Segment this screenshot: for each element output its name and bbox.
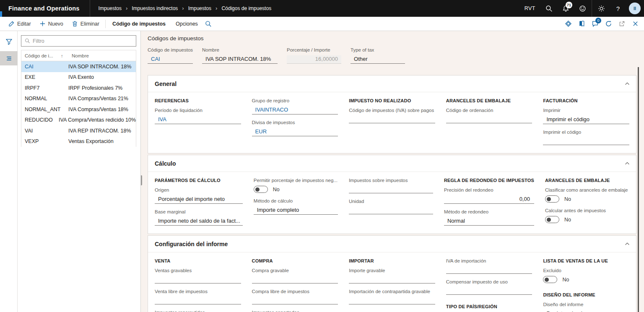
row-name: IVA Exento: [63, 74, 94, 80]
edit-button[interactable]: Editar: [4, 17, 35, 31]
notifications-bell-icon[interactable]: 71: [558, 0, 573, 17]
field-label: Compra gravable: [252, 268, 338, 273]
list-item[interactable]: EXEIVA Exento: [21, 72, 136, 83]
field-input-codigo[interactable]: CAI: [148, 55, 193, 64]
column-header-code[interactable]: Código de i...: [25, 53, 61, 58]
section-header-configuracion-del-informe[interactable]: Configuración del informe: [148, 236, 636, 252]
field-group-header: ARANCELES DE EMBALAJE: [545, 178, 629, 183]
field-input[interactable]: [252, 276, 338, 283]
field-input[interactable]: [446, 116, 532, 123]
field-input[interactable]: 0,00: [444, 195, 534, 204]
form-field: Porcentaje / Importe 16,00000: [287, 47, 341, 64]
field-input[interactable]: [349, 276, 435, 283]
row-code: VEXP: [21, 138, 63, 144]
sort-ascending-icon[interactable]: ↑: [61, 53, 67, 58]
field-input[interactable]: [252, 297, 338, 304]
search-commands-icon[interactable]: [203, 18, 214, 29]
new-button[interactable]: Nuevo: [35, 17, 68, 31]
field-input[interactable]: [543, 138, 629, 145]
toggle-switch[interactable]: [545, 195, 559, 203]
field-input[interactable]: Importe neto del saldo de la fact...: [155, 217, 243, 226]
filter-input[interactable]: Filtro: [21, 35, 136, 47]
plus-icon: [39, 21, 46, 27]
list-item[interactable]: VEXPVentas Exportación: [21, 136, 136, 147]
field-input[interactable]: Predeterminado: [543, 310, 629, 312]
field-input[interactable]: [446, 266, 532, 274]
field-group-header: REFERENCIAS: [155, 98, 241, 103]
toggle-switch[interactable]: [254, 186, 268, 193]
list-item[interactable]: IRPF7IRPF Profesionales 7%: [21, 83, 136, 94]
field-label: Nombre: [202, 47, 278, 52]
collapse-chevron-icon[interactable]: [624, 81, 630, 87]
field-input[interactable]: [155, 297, 241, 304]
breadcrumb: Impuestos › Impuestos indirectos › Impue…: [90, 5, 272, 12]
field-input[interactable]: EUR: [252, 128, 338, 136]
row-code: VAI: [21, 128, 63, 134]
open-in-new-window-icon[interactable]: [616, 18, 627, 29]
list-item[interactable]: VAIIVA REP INTRACOM. 18%: [21, 125, 136, 136]
vertical-scrollbar-thumb[interactable]: [638, 67, 639, 312]
breadcrumb-item[interactable]: Códigos de impuestos: [221, 5, 271, 11]
collapse-chevron-icon[interactable]: [624, 241, 630, 247]
field-input[interactable]: [155, 276, 241, 283]
field-input[interactable]: IVAINTRACO: [252, 106, 338, 114]
environment-label[interactable]: RVT: [525, 5, 535, 11]
list-pane-icon[interactable]: [0, 51, 18, 65]
left-icon-rail: [0, 31, 18, 312]
section-header-calculo[interactable]: Cálculo: [148, 155, 636, 172]
field-input[interactable]: Normal: [444, 217, 534, 226]
field-label: Imprimir: [543, 108, 629, 113]
delete-button[interactable]: Eliminar: [68, 17, 104, 31]
field-input-type-of-tax[interactable]: Other: [351, 55, 405, 64]
help-icon[interactable]: ?: [610, 0, 626, 17]
messages-icon[interactable]: 0: [589, 18, 600, 29]
field-column: IMPUESTO NO REALIZADOCódigo de impuestos…: [349, 98, 435, 151]
collapse-chevron-icon[interactable]: [624, 161, 630, 166]
power-apps-icon[interactable]: [563, 18, 574, 29]
user-avatar[interactable]: II: [629, 3, 641, 14]
field-input[interactable]: IVA: [155, 116, 241, 124]
settings-gear-icon[interactable]: [594, 0, 609, 17]
field-group-header: FACTURACIÓN: [543, 98, 629, 103]
feedback-smiley-icon[interactable]: [575, 0, 590, 17]
field-input[interactable]: Porcentaje del importe neto: [155, 195, 243, 204]
list-item[interactable]: REDUCIDOIVA Compra/Ventas redicido 10%: [21, 115, 136, 126]
field-input[interactable]: [349, 297, 435, 304]
toggle-switch[interactable]: [543, 276, 557, 283]
field-label: Grupo de registro: [252, 98, 338, 103]
row-code: REDUCIDO: [21, 117, 54, 123]
list-item[interactable]: NORMAL_ANTIVA Compras/Ventas 18%: [21, 104, 136, 115]
field-input[interactable]: [446, 287, 532, 295]
row-code: CAI: [21, 64, 63, 70]
list-item[interactable]: CAIIVA SOP INTRACOM. 18%: [21, 61, 136, 72]
field-input[interactable]: Imprimir el código: [543, 116, 629, 124]
toggle-state-label: No: [273, 187, 280, 192]
field-input[interactable]: [349, 207, 433, 214]
panel-splitter-handle[interactable]: [141, 175, 142, 185]
field-input[interactable]: Importe completo: [254, 206, 338, 215]
breadcrumb-item[interactable]: Impuestos: [99, 5, 122, 11]
row-code: EXE: [21, 74, 63, 80]
column-header-name[interactable]: Nombre: [67, 53, 89, 58]
filter-pane-icon[interactable]: [0, 34, 18, 49]
refresh-icon[interactable]: [603, 18, 614, 29]
field-input[interactable]: [349, 186, 433, 193]
row-name: IVA SOP INTRACOM. 18%: [63, 64, 131, 70]
app-title[interactable]: Finance and Operations: [0, 5, 90, 12]
toggle-state-label: No: [564, 196, 571, 202]
breadcrumb-item[interactable]: Impuestos indirectos: [132, 5, 178, 11]
toggle-switch[interactable]: [545, 216, 559, 223]
list-item[interactable]: NORMALIVA Compras/Ventas 21%: [21, 94, 136, 104]
dynamics-pane-icon[interactable]: [576, 18, 587, 29]
section-title: Configuración del informe: [155, 241, 228, 247]
tab-codigo-de-impuestos[interactable]: Código de impuestos: [107, 17, 171, 31]
field-input-nombre[interactable]: IVA SOP INTRACOM. 18%: [202, 55, 278, 64]
breadcrumb-item[interactable]: Impuestos: [188, 5, 211, 11]
action-bar: Editar Nuevo Eliminar Código de impuesto…: [0, 17, 644, 31]
field-input[interactable]: [349, 116, 435, 123]
close-icon[interactable]: [630, 18, 641, 29]
search-icon[interactable]: [541, 0, 556, 17]
tab-opciones[interactable]: Opciones: [171, 17, 203, 31]
field-label: Excluido: [543, 268, 629, 273]
section-header-general[interactable]: General: [148, 75, 636, 92]
